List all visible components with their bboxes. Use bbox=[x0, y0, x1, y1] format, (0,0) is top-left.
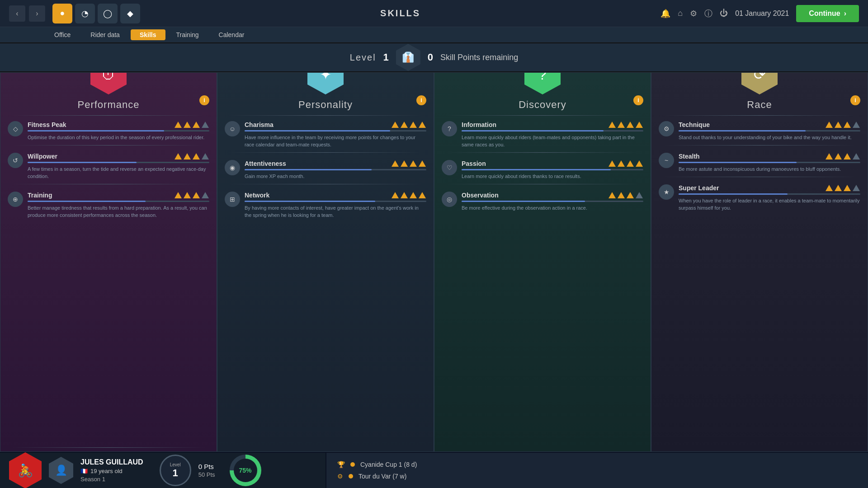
super-leader-desc: When you have the role of leader in a ra… bbox=[679, 197, 860, 212]
information-name: Information bbox=[462, 121, 496, 128]
stealth-desc: Be more astute and inconspicuous during … bbox=[679, 166, 860, 173]
performance-info-badge[interactable]: i bbox=[199, 95, 209, 105]
skill-charisma: ☺ Charisma Have more influence in the te… bbox=[217, 117, 434, 149]
skill-points-num: 0 bbox=[428, 52, 433, 63]
skill-points-label: Skill Points remaining bbox=[440, 53, 518, 62]
information-desc: Learn more quickly about riders (team-ma… bbox=[462, 134, 643, 149]
home-icon[interactable]: ⌂ bbox=[678, 9, 683, 18]
skill-willpower: ↺ Willpower A few times in a season, tur… bbox=[0, 149, 217, 180]
race-card: ⟳ i Race ⚙ Technique Stand out thanks to… bbox=[651, 72, 868, 452]
race-item-1: 🏆 Cyanide Cup 1 (8 d) bbox=[337, 461, 857, 468]
gear-icon[interactable]: ⚙ bbox=[690, 9, 697, 19]
skill-observation: ◎ Observation Be more effective during t… bbox=[434, 188, 651, 212]
level-number: 1 bbox=[383, 52, 389, 63]
charisma-name: Charisma bbox=[245, 121, 274, 128]
technique-bar bbox=[679, 130, 860, 131]
nav-forward[interactable]: › bbox=[29, 5, 45, 22]
nav-icon-riders[interactable]: ◔ bbox=[75, 4, 95, 23]
personality-card: ✦ i Personality ☺ Charisma Have more inf… bbox=[217, 72, 434, 452]
progress-pct: 75% bbox=[234, 459, 257, 482]
race-info-badge[interactable]: i bbox=[850, 95, 860, 105]
rider-name: JULES GUILLAUD bbox=[80, 458, 143, 466]
personality-info-badge[interactable]: i bbox=[416, 95, 426, 105]
race-title: Race bbox=[747, 99, 772, 111]
sub-nav-training[interactable]: Training bbox=[167, 29, 208, 40]
skill-super-leader: ★ Super Leader When you have the role of… bbox=[651, 181, 868, 212]
fitness-peak-bar bbox=[28, 130, 209, 131]
sub-nav-rider-data[interactable]: Rider data bbox=[81, 29, 129, 40]
stealth-stars bbox=[825, 153, 860, 160]
flag-icon: 🇫🇷 bbox=[80, 468, 88, 474]
nav-icon-person[interactable]: ● bbox=[52, 4, 72, 23]
personality-hex-icon: ✦ bbox=[307, 72, 344, 94]
nav-back[interactable]: ‹ bbox=[9, 5, 25, 22]
skill-technique: ⚙ Technique Stand out thanks to your und… bbox=[651, 117, 868, 141]
bottom-right: 🏆 Cyanide Cup 1 (8 d) ⚙ Tour du Var (7 w… bbox=[326, 453, 868, 488]
discovery-hex-icon: ? bbox=[524, 72, 561, 94]
rider-info: JULES GUILLAUD 🇫🇷 19 years old Season 1 bbox=[80, 458, 143, 483]
performance-card: ⏱ i Performance ◇ Fitness Peak Optimise … bbox=[0, 72, 217, 452]
bottom-left: 🚴 👤 JULES GUILLAUD 🇫🇷 19 years old Seaso… bbox=[0, 452, 326, 488]
sub-nav-skills[interactable]: Skills bbox=[131, 29, 165, 40]
race-label-2: Tour du Var (7 w) bbox=[359, 473, 406, 480]
personality-divider bbox=[228, 115, 423, 116]
top-icons: 🔔 ⌂ ⚙ ⓘ ⏻ bbox=[660, 8, 728, 19]
nav-icon-clock[interactable]: ◯ bbox=[98, 4, 118, 23]
discovery-info-badge[interactable]: i bbox=[633, 95, 643, 105]
skill-fitness-peak: ◇ Fitness Peak Optimise the duration of … bbox=[0, 117, 217, 141]
power-icon[interactable]: ⏻ bbox=[720, 9, 728, 18]
sub-nav-office[interactable]: Office bbox=[45, 29, 80, 40]
date-display: 01 January 2021 bbox=[735, 9, 789, 18]
passion-icon: ♡ bbox=[442, 160, 457, 175]
fitness-peak-stars bbox=[174, 122, 209, 128]
information-icon: ? bbox=[442, 121, 457, 136]
charisma-stars bbox=[391, 122, 426, 128]
technique-desc: Stand out thanks to your understanding o… bbox=[679, 134, 860, 141]
observation-stars bbox=[608, 192, 643, 198]
info-icon[interactable]: ⓘ bbox=[704, 8, 712, 19]
bell-icon[interactable]: 🔔 bbox=[660, 9, 670, 19]
pts-current: 0 Pts bbox=[198, 463, 215, 470]
continue-button[interactable]: Continue › bbox=[796, 5, 859, 22]
observation-icon: ◎ bbox=[442, 192, 457, 207]
skill-information: ? Information Learn more quickly about r… bbox=[434, 117, 651, 149]
charisma-icon: ☺ bbox=[225, 121, 240, 136]
attentiveness-name: Attentiveness bbox=[245, 160, 286, 167]
fitness-peak-name: Fitness Peak bbox=[28, 121, 66, 128]
skill-stealth: ~ Stealth Be more astute and inconspicuo… bbox=[651, 149, 868, 173]
training-name: Training bbox=[28, 192, 52, 199]
stealth-name: Stealth bbox=[679, 153, 700, 160]
observation-bar bbox=[462, 201, 643, 202]
trophy-icon: 🏆 bbox=[337, 461, 345, 468]
passion-bar bbox=[462, 169, 643, 170]
rider-age: 🇫🇷 19 years old bbox=[80, 468, 143, 474]
super-leader-icon: ★ bbox=[659, 184, 674, 200]
network-stars bbox=[391, 192, 426, 198]
technique-stars bbox=[825, 122, 860, 128]
pts-total: 50 Pts bbox=[198, 471, 215, 478]
charisma-desc: Have more influence in the team by recei… bbox=[245, 134, 426, 149]
race-divider bbox=[662, 115, 857, 116]
observation-desc: Be more effective during the observation… bbox=[462, 205, 643, 212]
level-circle-wrap: Level 1 0 Pts 50 Pts bbox=[160, 455, 215, 486]
super-leader-stars bbox=[825, 185, 860, 191]
bottom-bar: 🚴 👤 JULES GUILLAUD 🇫🇷 19 years old Seaso… bbox=[0, 452, 868, 488]
level-circle: Level 1 bbox=[160, 455, 191, 486]
level-circle-num: 1 bbox=[173, 467, 178, 479]
progress-circle: 75% bbox=[230, 455, 261, 486]
training-bar bbox=[28, 201, 209, 202]
super-leader-name: Super Leader bbox=[679, 184, 719, 192]
personality-title: Personality bbox=[298, 99, 353, 111]
race-hex-icon: ⟳ bbox=[741, 72, 778, 94]
nav-icon-globe[interactable]: ◆ bbox=[120, 4, 140, 23]
skill-network: ⊞ Network By having more contacts of int… bbox=[217, 188, 434, 219]
discovery-card: ? i Discovery ? Information Learn more q… bbox=[434, 72, 651, 452]
sub-nav-calendar[interactable]: Calendar bbox=[210, 29, 254, 40]
level-circle-label: Level bbox=[170, 462, 181, 467]
skill-training: ⊕ Training Better manage tiredness that … bbox=[0, 188, 217, 219]
willpower-bar bbox=[28, 162, 209, 163]
observation-name: Observation bbox=[462, 192, 499, 199]
attentiveness-icon: ◉ bbox=[225, 160, 240, 175]
passion-desc: Learn more quickly about riders thanks t… bbox=[462, 173, 643, 180]
passion-name: Passion bbox=[462, 160, 486, 167]
